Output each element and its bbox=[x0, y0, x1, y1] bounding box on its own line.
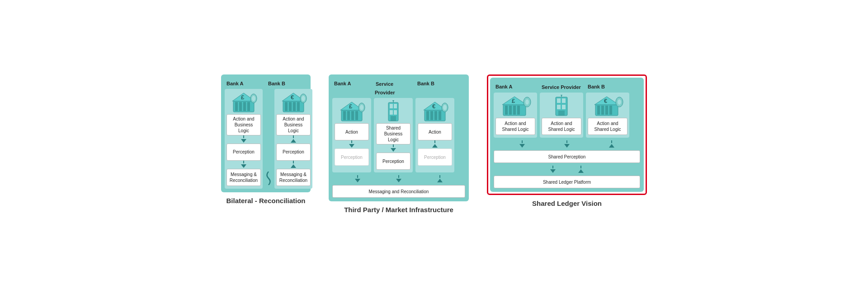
tp-bank-a-label: Bank A bbox=[333, 81, 351, 86]
svg-rect-3 bbox=[243, 102, 246, 111]
svg-rect-56 bbox=[557, 105, 561, 109]
shared-ledger-diagram: Bank A Service Provider Bank B bbox=[487, 74, 647, 207]
sl-bank-a-col: £ Action and Shared Logic bbox=[494, 93, 537, 138]
svg-rect-30 bbox=[390, 110, 393, 115]
svg-rect-4 bbox=[247, 102, 250, 111]
bank-a-perception: Perception bbox=[226, 144, 261, 161]
svg-rect-22 bbox=[355, 111, 358, 120]
bank-b-label: Bank B bbox=[267, 79, 306, 87]
tp-bank-a-col: £ Action Perception bbox=[332, 98, 371, 172]
arrow-down-1 bbox=[241, 135, 246, 144]
arrow-down-2 bbox=[241, 161, 246, 169]
bank-a-col: £ Action and Business Logic Perception bbox=[225, 89, 263, 189]
svg-point-17 bbox=[302, 96, 305, 101]
sl-shared-ledger: Shared Ledger Platform bbox=[494, 176, 640, 188]
sl-bank-a-label: Bank A bbox=[495, 84, 513, 89]
tp-bank-b-action: Action bbox=[418, 123, 452, 140]
bank-a-icon: £ bbox=[228, 91, 259, 114]
tp-bank-b-perception: Perception bbox=[418, 149, 452, 166]
svg-text:£: £ bbox=[349, 103, 353, 110]
svg-text:€: € bbox=[432, 103, 435, 110]
tp-service-action: Shared Business Logic bbox=[376, 123, 410, 144]
svg-rect-19 bbox=[343, 111, 346, 120]
sl-shared-perception: Shared Perception bbox=[494, 150, 640, 163]
sl-bank-a-action: Action and Shared Logic bbox=[495, 118, 535, 135]
tp-service-perception: Perception bbox=[376, 153, 410, 170]
tp-service-icon bbox=[377, 100, 409, 123]
third-party-diagram: Bank A Service Provider Bank B bbox=[329, 74, 469, 214]
red-border-container: Bank A Service Provider Bank B bbox=[487, 74, 647, 195]
svg-point-69 bbox=[618, 99, 621, 105]
svg-rect-57 bbox=[562, 105, 566, 109]
wave-connector bbox=[265, 89, 272, 189]
sl-service-col: Action and Shared Logic bbox=[540, 93, 583, 138]
svg-rect-1 bbox=[235, 102, 238, 111]
svg-rect-10 bbox=[285, 102, 288, 111]
svg-rect-39 bbox=[439, 111, 441, 120]
svg-point-34 bbox=[392, 100, 394, 101]
bank-b-col: € Action and Business Logic Perception M… bbox=[274, 89, 312, 189]
sl-bank-a-icon: £ bbox=[497, 94, 533, 118]
svg-rect-54 bbox=[557, 98, 561, 103]
tp-bank-a-icon: £ bbox=[336, 100, 368, 123]
sl-service-icon bbox=[543, 94, 580, 118]
svg-rect-55 bbox=[562, 98, 566, 103]
svg-text:€: € bbox=[604, 98, 607, 104]
svg-rect-64 bbox=[605, 106, 608, 115]
svg-point-60 bbox=[561, 95, 562, 96]
bank-a-action-logic: Action and Business Logic bbox=[226, 114, 261, 135]
svg-rect-45 bbox=[505, 106, 508, 115]
svg-rect-28 bbox=[390, 104, 393, 108]
sl-bank-b-icon: € bbox=[590, 94, 626, 118]
svg-point-8 bbox=[252, 96, 255, 101]
tp-bank-b-col: € Action Perception bbox=[415, 98, 454, 172]
svg-rect-65 bbox=[609, 106, 612, 115]
svg-rect-38 bbox=[434, 111, 437, 120]
svg-rect-46 bbox=[509, 106, 512, 115]
bank-b-action-logic: Action and Business Logic bbox=[276, 114, 311, 135]
svg-rect-20 bbox=[347, 111, 350, 120]
svg-text:£: £ bbox=[512, 98, 515, 104]
tp-messaging: Messaging and Reconciliation bbox=[332, 185, 465, 198]
svg-point-26 bbox=[360, 105, 363, 110]
svg-point-52 bbox=[525, 99, 529, 105]
svg-rect-36 bbox=[426, 111, 429, 120]
bilateral-diagram: Bank A Bank B bbox=[221, 74, 311, 204]
svg-rect-62 bbox=[597, 106, 600, 115]
svg-rect-48 bbox=[517, 106, 520, 115]
sl-bank-b-action: Action and Shared Logic bbox=[588, 118, 627, 135]
svg-rect-12 bbox=[293, 102, 296, 111]
svg-text:£: £ bbox=[241, 94, 245, 101]
arrow-up-b bbox=[291, 135, 296, 144]
bank-b-perception: Perception bbox=[276, 144, 311, 161]
bank-b-icon: € bbox=[278, 91, 309, 114]
main-container: Bank A Bank B bbox=[203, 65, 665, 223]
svg-rect-21 bbox=[351, 111, 354, 120]
svg-point-43 bbox=[443, 105, 447, 110]
svg-rect-32 bbox=[391, 116, 396, 121]
tp-bank-a-perception: Perception bbox=[335, 149, 369, 166]
tp-service-col: Shared Business Logic Perception bbox=[374, 98, 413, 172]
sl-bank-b-label: Bank B bbox=[587, 84, 605, 89]
svg-rect-63 bbox=[601, 106, 604, 115]
svg-rect-58 bbox=[558, 111, 565, 116]
sl-service-label: Service Provider bbox=[541, 84, 581, 90]
svg-rect-11 bbox=[289, 102, 292, 111]
svg-rect-13 bbox=[297, 102, 300, 111]
tp-bank-b-label: Bank B bbox=[416, 81, 434, 86]
svg-rect-2 bbox=[239, 102, 242, 111]
svg-rect-29 bbox=[394, 104, 397, 108]
bank-a-messaging: Messaging & Reconciliation bbox=[226, 169, 261, 186]
shared-ledger-title: Shared Ledger Vision bbox=[532, 200, 602, 207]
bank-b-messaging: Messaging & Reconciliation bbox=[276, 169, 311, 186]
third-party-title: Third Party / Market Infrastructure bbox=[344, 206, 453, 214]
tp-bank-b-icon: € bbox=[419, 100, 451, 123]
svg-rect-37 bbox=[430, 111, 433, 120]
tp-bank-a-action: Action bbox=[335, 123, 369, 140]
sl-service-action: Action and Shared Logic bbox=[542, 118, 581, 135]
svg-rect-31 bbox=[394, 110, 397, 115]
svg-text:€: € bbox=[291, 94, 294, 101]
tp-service-label: Service Provider bbox=[375, 81, 395, 95]
bilateral-title: Bilateral - Reconciliation bbox=[226, 197, 305, 204]
sl-bank-b-col: € Action and Shared Logic bbox=[586, 93, 629, 138]
